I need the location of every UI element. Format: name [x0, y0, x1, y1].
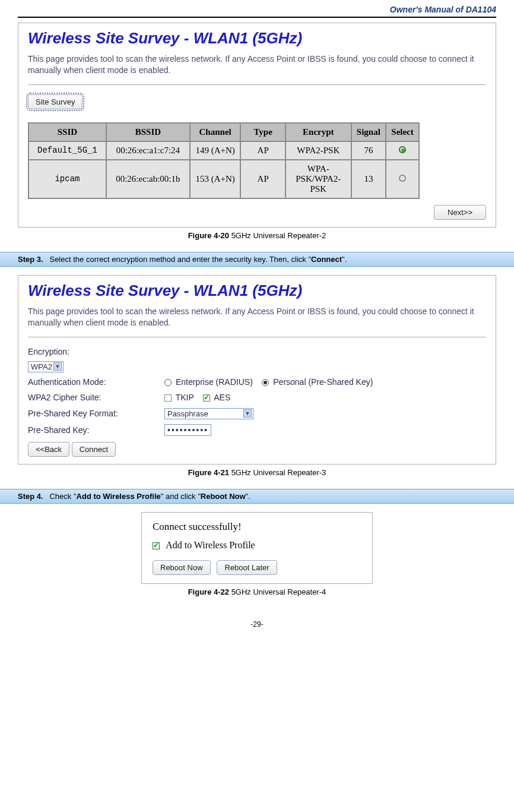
step-t2: " and click ": [161, 492, 201, 501]
site-survey-panel-2: Wireless Site Survey - WLAN1 (5GHz) This…: [18, 275, 496, 465]
survey-header-row: SSID BSSID Channel Type Encrypt Signal S…: [28, 123, 419, 141]
psk-input[interactable]: ••••••••••: [164, 424, 211, 436]
step-b1: Add to Wireless Profile: [77, 492, 161, 501]
select-radio-icon[interactable]: [399, 175, 406, 182]
panel2-title: Wireless Site Survey - WLAN1 (5GHz): [28, 282, 486, 300]
auth-personal-radio[interactable]: [262, 379, 269, 386]
add-profile-label: Add to Wireless Profile: [166, 540, 255, 550]
chevron-down-icon: ▼: [53, 362, 62, 371]
cell-encrypt: WPA-PSK/WPA2-PSK: [285, 160, 351, 198]
cipher-opt1-label: TKIP: [176, 393, 194, 402]
figure-text: 5GHz Universal Repeater-3: [231, 468, 326, 477]
step-t3: ".: [246, 492, 250, 501]
cell-type: AP: [240, 141, 285, 160]
cell-bssid: 00:26:ec:a1:c7:24: [106, 141, 190, 160]
figure-label: Figure 4-22: [188, 587, 229, 596]
pskfmt-value: Passphrase: [167, 409, 208, 418]
cell-signal: 13: [351, 160, 386, 198]
step-text-after: ".: [342, 255, 347, 264]
figure-text: 5GHz Universal Repeater-2: [231, 231, 326, 240]
figure-4-22-caption: Figure 4-22 5GHz Universal Repeater-4: [18, 587, 496, 596]
manual-header: Owner's Manual of DA1104: [18, 0, 496, 17]
reboot-now-button[interactable]: Reboot Now: [153, 560, 211, 575]
cipher-opt2-label: AES: [214, 393, 230, 402]
encryption-select[interactable]: WPA2 ▼: [28, 361, 64, 372]
col-channel: Channel: [190, 123, 241, 141]
encryption-value: WPA2: [31, 362, 52, 371]
col-select: Select: [386, 123, 419, 141]
col-bssid: BSSID: [106, 123, 190, 141]
cell-type: AP: [240, 160, 285, 198]
panel1-rule: [28, 84, 486, 85]
survey-table: SSID BSSID Channel Type Encrypt Signal S…: [28, 122, 420, 199]
step-4-bar: Step 4. Check "Add to Wireless Profile" …: [0, 489, 514, 504]
header-rule: [18, 17, 496, 18]
site-survey-button[interactable]: Site Survey: [28, 94, 83, 109]
encryption-label: Encryption:: [28, 347, 486, 356]
step-b2: Reboot Now: [201, 492, 246, 501]
auth-enterprise-radio[interactable]: [164, 379, 172, 386]
pskfmt-label: Pre-Shared Key Format:: [28, 409, 164, 418]
step-3-bar: Step 3. Select the correct encryption me…: [0, 252, 514, 267]
auth-opt2-label: Personal (Pre-Shared Key): [273, 377, 373, 387]
cell-signal: 76: [351, 141, 386, 160]
cell-ssid: ipcam: [28, 160, 106, 198]
add-profile-checkbox[interactable]: [153, 542, 160, 549]
cell-ssid: Default_5G_1: [28, 141, 106, 160]
site-survey-panel-1: Wireless Site Survey - WLAN1 (5GHz) This…: [18, 23, 496, 228]
step-label: Step 4.: [18, 492, 43, 501]
panel1-title: Wireless Site Survey - WLAN1 (5GHz): [28, 29, 486, 48]
figure-label: Figure 4-21: [188, 468, 229, 477]
psk-label: Pre-Shared Key:: [28, 425, 164, 435]
connect-button[interactable]: Connect: [72, 442, 116, 457]
figure-4-21-caption: Figure 4-21 5GHz Universal Repeater-3: [18, 468, 496, 477]
reboot-later-button[interactable]: Reboot Later: [217, 560, 277, 575]
step-bold: Connect: [311, 255, 342, 264]
step-text: Select the correct encryption method and…: [49, 255, 311, 264]
cell-select[interactable]: [386, 160, 419, 198]
panel1-desc: This page provides tool to scan the wire…: [28, 53, 486, 76]
aes-checkbox[interactable]: [203, 394, 210, 402]
connect-success-panel: Connect successfully! Add to Wireless Pr…: [141, 512, 373, 584]
panel2-rule: [28, 337, 486, 337]
cipher-options: TKIP AES: [164, 393, 486, 402]
col-ssid: SSID: [28, 123, 106, 141]
figure-text: 5GHz Universal Repeater-4: [231, 587, 326, 596]
step-label: Step 3.: [18, 255, 43, 264]
col-encrypt: Encrypt: [285, 123, 351, 141]
table-row: Default_5G_1 00:26:ec:a1:c7:24 149 (A+N)…: [28, 141, 419, 160]
cell-channel: 149 (A+N): [190, 141, 241, 160]
cell-channel: 153 (A+N): [190, 160, 241, 198]
auth-opt1-label: Enterprise (RADIUS): [176, 377, 253, 387]
chevron-down-icon: ▼: [243, 409, 252, 418]
auth-mode-options: Enterprise (RADIUS) Personal (Pre-Shared…: [164, 377, 486, 387]
cell-bssid: 00:26:ec:ab:00:1b: [106, 160, 190, 198]
back-button[interactable]: <<Back: [28, 442, 69, 457]
step-t1: Check ": [49, 492, 76, 501]
cell-select[interactable]: [386, 141, 419, 160]
col-type: Type: [240, 123, 285, 141]
pskfmt-select[interactable]: Passphrase ▼: [164, 408, 253, 419]
cipher-label: WPA2 Cipher Suite:: [28, 393, 164, 402]
page-number: -29-: [18, 620, 496, 628]
tkip-checkbox[interactable]: [164, 394, 172, 402]
cell-encrypt: WPA2-PSK: [285, 141, 351, 160]
panel2-desc: This page provides tool to scan the wire…: [28, 306, 486, 328]
success-message: Connect successfully!: [153, 521, 361, 533]
auth-mode-label: Authentication Mode:: [28, 377, 164, 387]
next-button[interactable]: Next>>: [434, 205, 486, 220]
col-signal: Signal: [351, 123, 386, 141]
figure-4-20-caption: Figure 4-20 5GHz Universal Repeater-2: [18, 231, 496, 240]
figure-label: Figure 4-20: [188, 231, 229, 240]
table-row: ipcam 00:26:ec:ab:00:1b 153 (A+N) AP WPA…: [28, 160, 419, 198]
select-radio-icon[interactable]: [399, 146, 406, 153]
